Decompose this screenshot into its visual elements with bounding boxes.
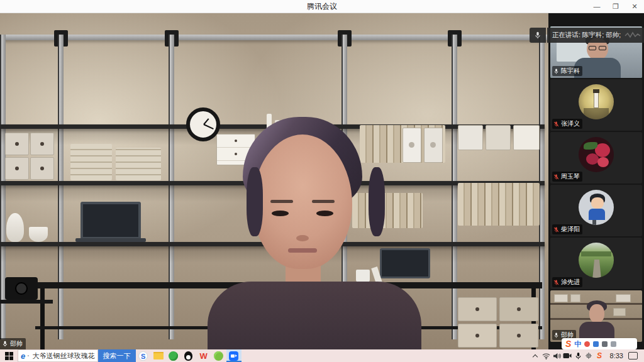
- close-button[interactable]: ✕: [625, 0, 644, 13]
- maximize-button[interactable]: ❐: [606, 0, 625, 13]
- book-row: [458, 183, 540, 226]
- speaker-name-label: 邵帅: [0, 338, 26, 349]
- taskbar-app-tencent-meeting[interactable]: [226, 349, 242, 362]
- box: [458, 125, 483, 150]
- taskbar-app-wps[interactable]: W: [196, 349, 211, 362]
- storage-box: [5, 133, 29, 155]
- glasses: [589, 46, 596, 50]
- search-suggestion-text[interactable]: 大爷送钢丝球玫瑰花: [33, 351, 95, 361]
- participant-tile[interactable]: 涂先进: [550, 238, 642, 289]
- taskbar-search-box[interactable]: e · 大爷送钢丝球玫瑰花: [18, 349, 98, 362]
- emoji-icon[interactable]: [584, 341, 590, 347]
- meeting-content: 邵帅 正在讲话: 陈宇科; 邵帅;: [0, 13, 644, 349]
- taskbar-app-sogou-browser[interactable]: S: [136, 349, 151, 362]
- storage-box: [5, 157, 29, 180]
- mic-icon: [2, 341, 8, 347]
- mic-icon: [553, 332, 559, 338]
- voice-waveform-icon: [625, 31, 641, 40]
- hidden-icons-chevron[interactable]: [530, 349, 541, 362]
- start-button[interactable]: [0, 349, 18, 362]
- shelf-frame: [0, 35, 548, 40]
- now-speaking-text: 正在讲话: 陈宇科; 邵帅;: [552, 31, 621, 40]
- storage-box: [499, 324, 538, 348]
- participant-tile-self[interactable]: 邵帅: [550, 290, 642, 342]
- tencent-meeting-icon: [229, 351, 238, 361]
- storage-box: [458, 324, 497, 348]
- toolbox-icon[interactable]: [611, 341, 616, 347]
- avatar: [579, 137, 614, 172]
- binder-box: [424, 128, 443, 163]
- sogou-tray-icon[interactable]: S: [594, 349, 605, 362]
- taskbar-app-qq[interactable]: [181, 349, 196, 362]
- system-tray: S 8:33: [530, 349, 644, 362]
- ime-indicator-icon[interactable]: [584, 349, 594, 362]
- wps-w-icon: W: [199, 351, 207, 361]
- window-titlebar: 腾讯会议 — ❐ ✕: [0, 0, 644, 13]
- sogou-logo-icon[interactable]: S: [565, 338, 571, 349]
- volume-icon[interactable]: [552, 349, 562, 362]
- action-center-icon[interactable]: [628, 352, 638, 359]
- green-shield-icon: [214, 351, 223, 361]
- taskbar-clock[interactable]: 8:33: [605, 352, 628, 359]
- now-speaking-overlay: 正在讲话: 陈宇科; 邵帅;: [530, 28, 644, 43]
- sogou-browser-icon: S: [138, 351, 148, 361]
- mic-icon: [530, 28, 546, 43]
- camera-in-use-icon[interactable]: [562, 349, 573, 362]
- microphone-in-use-icon[interactable]: [573, 349, 584, 362]
- taskbar-app-file-explorer[interactable]: [151, 349, 166, 362]
- laptop: [80, 202, 141, 239]
- windows-taskbar: e · 大爷送钢丝球玫瑰花 搜索一下 S W: [0, 349, 644, 362]
- mic-muted-icon: [553, 227, 559, 233]
- book-stack: [70, 144, 112, 180]
- browser-e-icon: e: [21, 351, 25, 361]
- search-button[interactable]: 搜索一下: [98, 349, 136, 362]
- person: [208, 117, 421, 349]
- storage-box: [30, 157, 54, 180]
- sogou-ime-bar[interactable]: S 中: [562, 338, 637, 349]
- mic-muted-icon: [553, 121, 559, 127]
- voice-input-icon[interactable]: [593, 341, 599, 347]
- storage-box: [30, 133, 54, 155]
- folder-icon: [153, 352, 164, 359]
- box: [486, 125, 511, 150]
- storage-box: [458, 297, 497, 321]
- vase: [6, 213, 24, 242]
- window-title: 腾讯会议: [0, 0, 644, 13]
- avatar: [579, 243, 614, 278]
- participant-name: 柴泽阳: [561, 224, 580, 234]
- camera: [5, 277, 38, 300]
- qq-penguin-icon: [184, 351, 192, 361]
- box: [513, 125, 540, 150]
- participant-tile[interactable]: 张泽义: [550, 79, 642, 131]
- participant-name: 张泽义: [561, 119, 580, 129]
- mic-muted-icon: [553, 280, 559, 285]
- keyboard-icon[interactable]: [602, 341, 608, 347]
- participants-panel: 陈宇科 张泽义: [548, 13, 644, 349]
- participant-tile[interactable]: 柴泽阳: [550, 185, 642, 236]
- mic-icon: [553, 69, 559, 74]
- avatar: [579, 84, 614, 119]
- book-stack: [116, 148, 161, 180]
- taskbar-app-360-browser[interactable]: [166, 349, 181, 362]
- participant-name: 周玉琴: [561, 172, 580, 182]
- main-video-feed[interactable]: 邵帅: [0, 13, 548, 349]
- participant-tile[interactable]: 周玉琴: [550, 132, 642, 184]
- avatar: [579, 190, 614, 225]
- desktop: 腾讯会议 — ❐ ✕: [0, 0, 644, 362]
- storage-box: [499, 297, 538, 321]
- bowl: [29, 227, 48, 242]
- minimize-button[interactable]: —: [587, 0, 606, 13]
- mic-muted-icon: [553, 174, 559, 180]
- green-browser-icon: [169, 351, 178, 361]
- participant-name: 涂先进: [561, 277, 580, 287]
- taskbar-app-360-security[interactable]: [211, 349, 226, 362]
- wifi-icon[interactable]: [541, 349, 552, 362]
- participant-name: 陈宇科: [561, 66, 580, 76]
- ime-chinese-mode-icon[interactable]: 中: [574, 339, 581, 349]
- windows-logo-icon: [5, 352, 13, 360]
